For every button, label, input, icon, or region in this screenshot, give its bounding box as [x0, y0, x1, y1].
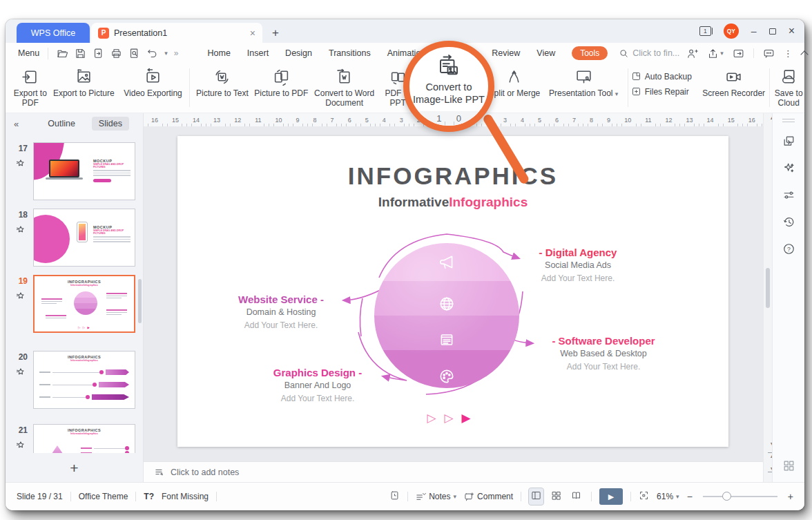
undo-icon[interactable] — [146, 48, 158, 59]
zoom-slider-knob[interactable] — [722, 492, 731, 501]
tab-slides[interactable]: Slides — [92, 117, 129, 131]
close-tab-icon[interactable]: × — [250, 28, 255, 39]
collapse-ribbon-icon[interactable] — [800, 50, 808, 58]
callout-website-service[interactable]: Website Service - Domain & Hosting Add Y… — [222, 293, 340, 330]
phone-image — [77, 222, 88, 242]
convert-to-word-document-button[interactable]: Convert to Word Document — [311, 67, 378, 108]
slide-19[interactable]: INFOGRAPHICS InformativeInfographics — [177, 136, 728, 447]
callout-digital-agency[interactable]: - Digital Agency Social Media Ads Add Yo… — [519, 247, 637, 283]
picture-to-pdf-button[interactable]: Picture to PDF — [252, 67, 311, 99]
tab-transitions[interactable]: Transitions — [329, 48, 371, 58]
fit-to-screen-icon[interactable] — [639, 490, 649, 503]
task-pane-icon[interactable] — [389, 490, 400, 503]
slide-indicator: Slide 19 / 31 — [17, 492, 63, 501]
notes-bar[interactable]: Click to add notes — [144, 461, 763, 482]
presentation-tool-button[interactable]: Presentation Tool ▾ — [543, 67, 625, 99]
screen-recorder-button[interactable]: Screen Recorder — [701, 67, 766, 99]
slide-thumbnail-20[interactable]: INFOGRAPHICS InformativeInfographics — [33, 351, 135, 409]
zoom-caret-icon: ▾ — [676, 493, 679, 500]
tab-presentation1[interactable]: P Presentation1 × — [91, 23, 262, 43]
tab-review[interactable]: Review — [492, 48, 520, 58]
video-exporting-button[interactable]: Video Exporting — [119, 67, 186, 99]
callout-software-developer[interactable]: - Software Developer Web Based & Desktop… — [545, 335, 662, 372]
slide-sorter-view-button[interactable] — [549, 488, 563, 505]
theme-name[interactable]: Office Theme — [79, 492, 128, 501]
notes-toggle[interactable]: Notes ▾ — [416, 492, 456, 502]
panel-drag-handle[interactable] — [782, 119, 795, 122]
picture-to-text-icon — [213, 68, 231, 86]
font-missing-label[interactable]: Font Missing — [162, 492, 209, 501]
add-slide-button[interactable]: + — [6, 454, 143, 482]
canvas-scrollbar[interactable]: ▲ ▼ ▲ ▼ — [763, 113, 772, 482]
zoom-level[interactable]: 61% ▾ — [657, 492, 679, 501]
reading-view-button[interactable] — [569, 488, 583, 505]
zoom-slider[interactable] — [703, 496, 777, 497]
search-box[interactable] — [619, 48, 686, 59]
comment-button[interactable]: Comment — [464, 492, 513, 502]
slide-thumbnail-21[interactable]: INFOGRAPHICS InformativeInfographics — [33, 424, 135, 453]
avatar[interactable]: QY — [724, 23, 739, 39]
split-or-merge-button[interactable]: Split or Merge — [486, 67, 542, 99]
screen-recorder-icon — [725, 68, 742, 86]
menu-button[interactable]: Menu — [18, 48, 39, 58]
search-input[interactable] — [632, 48, 686, 58]
globe-icon — [438, 295, 456, 316]
convert-to-word-icon — [336, 68, 353, 86]
tab-outline[interactable]: Outline — [41, 117, 82, 131]
zoom-out-button[interactable]: − — [687, 491, 693, 502]
help-icon[interactable]: ? — [782, 242, 795, 258]
slideshow-play-button[interactable]: ▶ — [599, 488, 623, 505]
tab-view[interactable]: View — [536, 48, 555, 58]
tab-insert[interactable]: Insert — [247, 48, 269, 58]
slide-thumbnail-19-selected[interactable]: INFOGRAPHICS InformativeInfographics ▷ ▷… — [33, 275, 135, 333]
share-menu[interactable]: ▾ — [707, 48, 724, 59]
export-to-pdf-button[interactable]: Export to PDF — [12, 67, 48, 108]
history-icon[interactable] — [782, 215, 795, 231]
save-icon[interactable] — [75, 48, 86, 59]
normal-view-button[interactable] — [529, 488, 543, 505]
close-window-button[interactable]: × — [789, 26, 795, 37]
callout-graphics-design[interactable]: Graphics Design - Banner And Logo Add Yo… — [259, 367, 376, 403]
switch-window-icon[interactable] — [733, 48, 744, 59]
tab-wps-office[interactable]: WPS Office — [17, 23, 90, 43]
print-preview-icon[interactable] — [128, 48, 140, 59]
tab-home[interactable]: Home — [208, 48, 231, 58]
slide-subtitle: InformativeInfographics — [177, 195, 728, 210]
divider — [70, 492, 71, 501]
smart-features-icon[interactable] — [782, 162, 795, 177]
picture-to-text-button[interactable]: Picture to Text — [193, 67, 251, 99]
divider — [769, 68, 770, 107]
scrollbar-thumb[interactable] — [766, 268, 770, 308]
settings-sliders-icon[interactable] — [782, 189, 795, 204]
undo-caret-icon[interactable]: ▾ — [164, 50, 168, 57]
collapse-panel-icon[interactable]: « — [14, 119, 19, 129]
more-options-icon[interactable]: ⋮ — [784, 48, 793, 59]
minimize-button[interactable]: – — [751, 26, 757, 36]
save-to-cloud-button[interactable]: Save to Cloud — [773, 67, 804, 108]
slide-number: 21 — [10, 425, 28, 435]
print-icon[interactable] — [110, 48, 122, 59]
feedback-icon[interactable] — [763, 48, 775, 59]
tab-design[interactable]: Design — [285, 48, 312, 58]
tab-tools[interactable]: Tools — [572, 46, 608, 60]
duplicate-slide-icon[interactable] — [782, 135, 795, 151]
new-tab-button[interactable]: + — [272, 26, 279, 40]
window-manage-icon[interactable]: 1 — [699, 26, 711, 36]
open-icon[interactable] — [57, 48, 68, 59]
export-pdf-icon[interactable] — [93, 48, 104, 59]
menubar: Menu ▾ » Home Insert Design Transitions … — [6, 43, 804, 64]
slide-thumbnail-17[interactable]: MOCKUP SIMPLE DRAG AND-DROP PICTURES — [33, 142, 135, 200]
doc-tab-label: Presentation1 — [114, 28, 167, 38]
presentation-tool-caret-icon: ▾ — [615, 90, 619, 97]
thumbnail-grid-icon[interactable] — [782, 459, 795, 475]
export-to-picture-button[interactable]: Export to Picture — [48, 67, 119, 99]
canvas: INFOGRAPHICS InformativeInfographics — [144, 127, 763, 461]
auto-backup-button[interactable]: Auto Backup — [631, 71, 701, 81]
panel-scrollbar-thumb[interactable] — [138, 279, 142, 323]
zoom-in-button[interactable]: + — [788, 491, 793, 502]
share-with-people-icon[interactable] — [686, 48, 698, 59]
maximize-button[interactable] — [769, 28, 776, 35]
files-repair-button[interactable]: Files Repair — [631, 86, 701, 97]
more-quick-actions-icon[interactable]: » — [174, 48, 179, 58]
slide-thumbnail-18[interactable]: MOCKUP SIMPLE DRAG AND-DROP PICTURES — [33, 209, 135, 267]
